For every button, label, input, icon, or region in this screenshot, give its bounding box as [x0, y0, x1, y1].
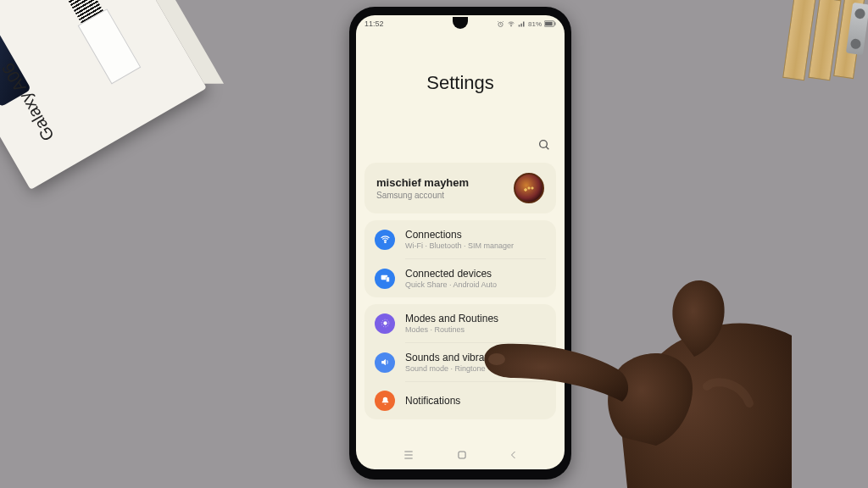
phone-screen: 11:52 81% Settings	[356, 15, 565, 469]
settings-item-sounds-vibration[interactable]: Sounds and vibration Sound mode · Ringto…	[364, 343, 556, 381]
account-subtitle: Samsung account	[376, 191, 469, 200]
svg-point-5	[540, 141, 548, 148]
svg-point-1	[511, 25, 512, 26]
settings-item-modes-routines[interactable]: Modes and Routines Modes · Routines	[364, 304, 556, 342]
settings-group-2: Modes and Routines Modes · Routines Soun…	[364, 304, 556, 419]
settings-item-notifications[interactable]: Notifications	[364, 382, 556, 419]
settings-group-1: Connections Wi-Fi · Bluetooth · SIM mana…	[364, 220, 556, 297]
box-sticker	[78, 8, 142, 84]
battery-icon	[544, 20, 556, 27]
item-subtitle: Modes · Routines	[405, 325, 498, 334]
svg-point-7	[384, 241, 386, 243]
item-subtitle: Quick Share · Android Auto	[405, 280, 497, 289]
svg-rect-3	[545, 22, 553, 25]
svg-rect-9	[386, 277, 389, 282]
item-title: Notifications	[405, 395, 460, 407]
search-icon[interactable]	[537, 138, 551, 155]
home-button[interactable]	[456, 449, 468, 464]
item-subtitle: Sound mode · Ringtone	[405, 364, 501, 373]
modes-icon	[375, 313, 395, 334]
svg-rect-15	[459, 452, 465, 458]
recents-button[interactable]	[402, 449, 415, 464]
back-button[interactable]	[509, 449, 519, 464]
svg-point-10	[383, 321, 387, 324]
svg-rect-4	[554, 22, 555, 25]
phone-device: 11:52 81% Settings	[349, 7, 571, 480]
product-box: Galaxy A06	[0, 0, 207, 190]
settings-item-connections[interactable]: Connections Wi-Fi · Bluetooth · SIM mana…	[364, 220, 556, 258]
bell-icon	[375, 391, 395, 411]
wooden-clamp	[780, 0, 868, 97]
account-name: mischief mayhem	[376, 176, 469, 189]
item-title: Sounds and vibration	[405, 352, 501, 363]
status-time: 11:52	[364, 19, 384, 28]
devices-icon	[375, 269, 395, 289]
settings-header: Settings	[356, 32, 565, 134]
samsung-account-card[interactable]: mischief mayhem Samsung account	[364, 163, 556, 214]
navigation-bar	[356, 446, 565, 469]
battery-text: 81%	[528, 20, 542, 28]
item-title: Modes and Routines	[405, 313, 498, 324]
wifi-icon	[507, 20, 515, 28]
svg-line-6	[546, 147, 548, 149]
item-subtitle: Wi-Fi · Bluetooth · SIM manager	[405, 241, 514, 250]
alarm-icon	[497, 20, 504, 28]
item-title: Connected devices	[405, 268, 497, 280]
page-title: Settings	[426, 72, 494, 94]
signal-icon	[518, 20, 526, 28]
wifi-icon	[375, 230, 395, 250]
sound-icon	[375, 352, 395, 373]
settings-item-connected-devices[interactable]: Connected devices Quick Share · Android …	[364, 259, 556, 297]
avatar	[514, 173, 544, 203]
item-title: Connections	[405, 229, 514, 241]
